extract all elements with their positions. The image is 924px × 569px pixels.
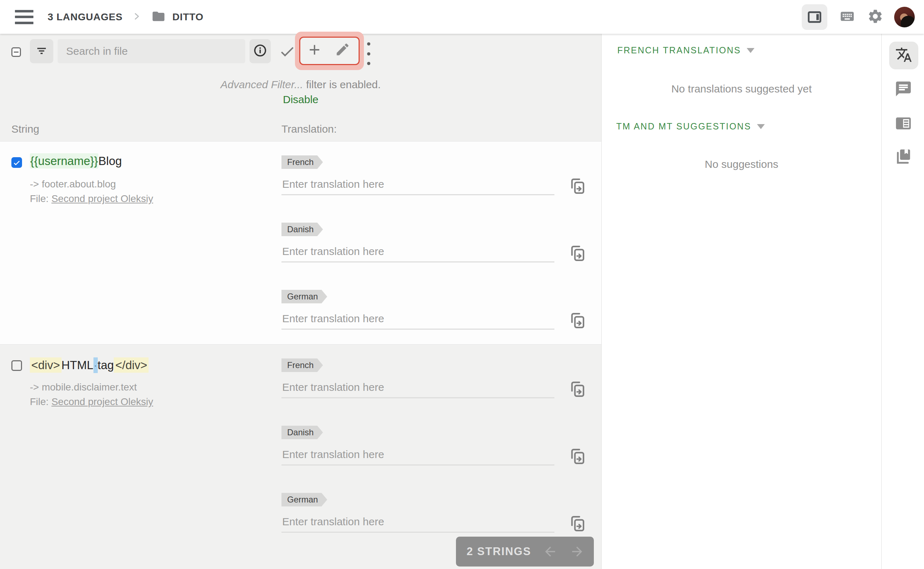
app-header: 3 LANGUAGES DITTO	[0, 0, 924, 34]
translation-input[interactable]	[281, 174, 554, 195]
menu-icon[interactable]	[15, 10, 33, 24]
reader-mode-icon[interactable]	[895, 114, 912, 134]
filter-list-icon	[35, 44, 48, 58]
dropdown-arrow-icon[interactable]	[746, 48, 754, 53]
translation-group: French	[281, 359, 587, 419]
copy-source-icon[interactable]	[569, 515, 586, 534]
folder-icon	[150, 9, 167, 25]
french-translations-empty-state: No translations suggested yet	[602, 83, 882, 95]
string-row: <div>HTML·tag</div>-> mobile.disclaimer.…	[0, 345, 601, 569]
side-tools-rail	[882, 34, 924, 569]
filter-notice: Advanced Filter... filter is enabled.	[0, 79, 601, 91]
string-count: 2 STRINGS	[467, 545, 543, 558]
translation-group: Danish	[281, 223, 587, 283]
copy-source-icon[interactable]	[569, 312, 586, 331]
copy-source-icon[interactable]	[569, 245, 586, 264]
dropdown-arrow-icon[interactable]	[757, 124, 765, 129]
translate-icon	[895, 46, 912, 65]
user-avatar[interactable]	[894, 7, 915, 27]
string-space-token: ·	[94, 358, 98, 373]
source-string[interactable]: {{username}}Blog	[30, 154, 122, 168]
translation-group: French	[281, 155, 587, 216]
search-input[interactable]	[58, 39, 245, 63]
copy-source-icon[interactable]	[569, 448, 586, 467]
translation-input[interactable]	[281, 308, 554, 330]
edit-pencil-button[interactable]	[335, 42, 350, 59]
string-text: tag	[98, 359, 114, 372]
string-text: Blog	[99, 154, 122, 167]
string-key-path: -> mobile.disclaimer.text	[30, 382, 137, 393]
translation-group: German	[281, 290, 587, 350]
strings-editor-area: Advanced Filter... filter is enabled. Di…	[0, 34, 601, 569]
breadcrumb-current[interactable]: DITTO	[172, 11, 203, 23]
file-link[interactable]: Second project Oleksiy	[52, 396, 153, 407]
suggestions-panel: FRENCH TRANSLATIONS No translations sugg…	[601, 34, 882, 569]
tutorial-highlight	[295, 32, 364, 70]
chevron-right-icon	[132, 12, 141, 23]
string-key-path: -> footer.about.blog	[30, 178, 116, 190]
comments-icon[interactable]	[895, 80, 912, 99]
language-chip: French	[281, 155, 323, 169]
select-all-checkbox[interactable]	[11, 47, 21, 57]
translation-group: Danish	[281, 426, 587, 486]
language-chip: Danish	[281, 223, 323, 236]
string-html-tag-token: </div>	[114, 358, 149, 373]
translations-tab-button[interactable]	[889, 42, 918, 69]
approve-check-icon[interactable]	[279, 43, 296, 61]
translation-input[interactable]	[281, 377, 554, 398]
more-options-icon[interactable]	[367, 42, 370, 65]
string-file: File: Second project Oleksiy	[30, 193, 153, 204]
filter-button[interactable]	[30, 39, 53, 63]
disable-filter-link[interactable]: Disable	[0, 94, 601, 106]
row-checkbox[interactable]	[11, 157, 22, 168]
toggle-side-panel-button[interactable]	[802, 4, 827, 30]
glossary-bookmark-icon[interactable]	[895, 148, 912, 167]
info-icon	[253, 43, 267, 59]
string-variable-token: {{username}}	[30, 153, 99, 169]
settings-gear-icon[interactable]	[867, 8, 883, 26]
filter-name: Advanced Filter...	[221, 79, 303, 90]
language-chip: German	[281, 290, 327, 303]
previous-page-icon[interactable]	[543, 544, 558, 559]
tm-mt-suggestions-empty-state: No suggestions	[602, 158, 882, 170]
section-french-translations: FRENCH TRANSLATIONS	[617, 45, 754, 55]
source-string[interactable]: <div>HTML·tag</div>	[30, 358, 149, 373]
info-button[interactable]	[249, 39, 271, 63]
file-label: File:	[30, 193, 52, 204]
language-chip: Danish	[281, 426, 323, 439]
copy-source-icon[interactable]	[569, 178, 586, 197]
breadcrumb-root[interactable]: 3 LANGUAGES	[48, 11, 123, 23]
string-row: {{username}}Blog-> footer.about.blogFile…	[0, 141, 601, 345]
string-html-tag-token: <div>	[30, 358, 61, 373]
pager-bar: 2 STRINGS	[456, 537, 594, 566]
translation-input[interactable]	[281, 444, 554, 466]
keyboard-shortcuts-icon[interactable]	[838, 9, 856, 26]
add-string-button[interactable]	[306, 42, 323, 59]
language-chip: German	[281, 493, 327, 507]
string-text: HTML	[61, 359, 94, 372]
copy-source-icon[interactable]	[569, 380, 586, 400]
language-chip: French	[281, 359, 323, 372]
file-link[interactable]: Second project Oleksiy	[52, 193, 153, 204]
section-tm-mt-suggestions: TM AND MT SUGGESTIONS	[616, 121, 765, 132]
file-label: File:	[30, 396, 52, 407]
translation-input[interactable]	[281, 511, 554, 533]
row-checkbox[interactable]	[11, 360, 22, 371]
column-header-translation: Translation:	[281, 123, 337, 135]
column-header-string: String	[11, 123, 39, 135]
string-file: File: Second project Oleksiy	[30, 396, 153, 408]
next-page-icon[interactable]	[570, 544, 585, 559]
translation-input[interactable]	[281, 241, 554, 262]
